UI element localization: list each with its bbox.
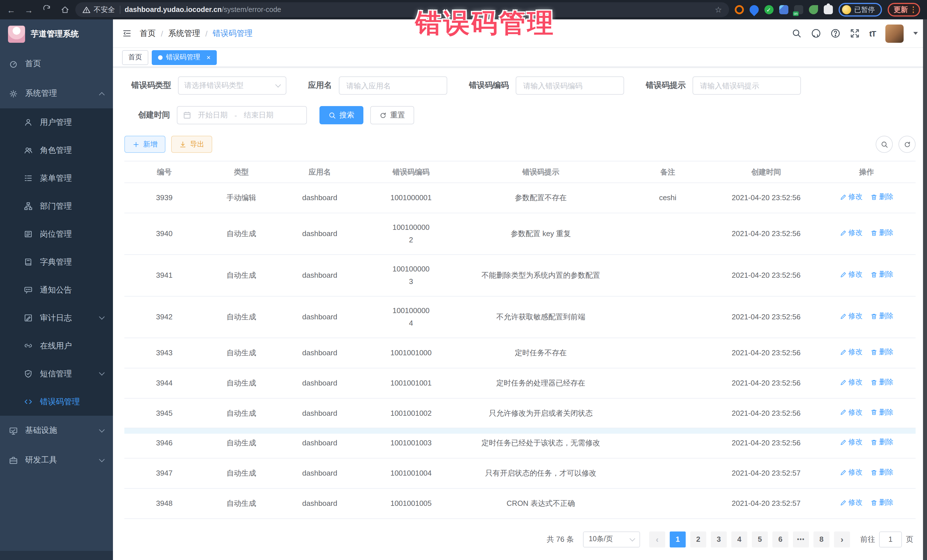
browser-nav-buttons: ← →	[7, 5, 70, 14]
delete-link[interactable]: 删除	[871, 346, 894, 359]
page-button-6[interactable]: 6	[772, 531, 789, 547]
security-chip[interactable]: 不安全	[82, 5, 115, 15]
cell-app: dashboard	[278, 368, 361, 398]
search-icon[interactable]	[792, 29, 801, 38]
on-badge-extension-icon[interactable]	[794, 5, 803, 14]
app-logo-row[interactable]: 芋道管理系统	[0, 20, 113, 49]
delete-link[interactable]: 删除	[871, 227, 894, 239]
breadcrumb-item[interactable]: 首页	[140, 28, 156, 38]
page-button-5[interactable]: 5	[752, 531, 768, 547]
edit-link[interactable]: 修改	[840, 497, 863, 509]
breadcrumb-item[interactable]: 系统管理	[168, 28, 200, 38]
cell-code: 1001001001	[361, 368, 461, 398]
error-msg-input[interactable]	[699, 81, 795, 90]
profile-paused-chip[interactable]: 已暂停	[838, 3, 881, 17]
sidebar-item-online-user[interactable]: 在线用户	[0, 332, 113, 360]
fullscreen-icon[interactable]	[850, 29, 860, 38]
back-icon[interactable]: ←	[7, 5, 15, 14]
sidebar-item-sms[interactable]: 短信管理	[0, 360, 113, 388]
sidebar-item-user[interactable]: 用户管理	[0, 108, 113, 136]
bookmark-star-icon[interactable]: ☆	[715, 5, 722, 14]
blue-grid-extension-icon[interactable]	[779, 5, 788, 14]
chevron-down-icon[interactable]	[913, 32, 918, 35]
delete-link[interactable]: 删除	[871, 466, 894, 479]
cell-time: 2021-04-20 23:52:56	[715, 398, 818, 428]
edit-link[interactable]: 修改	[840, 227, 863, 239]
puzzle-extensions-icon[interactable]	[824, 5, 833, 14]
sidebar-item-label: 首页	[25, 59, 41, 69]
page-button-2[interactable]: 2	[690, 531, 706, 547]
blue-pin-extension-icon[interactable]	[747, 3, 760, 16]
forward-icon[interactable]: →	[24, 5, 33, 14]
announcement-icon	[24, 286, 32, 294]
github-icon[interactable]	[811, 29, 821, 38]
page-button-8[interactable]: 8	[813, 531, 830, 547]
delete-link[interactable]: 删除	[871, 376, 894, 389]
delete-link[interactable]: 删除	[871, 269, 894, 281]
orange-ring-extension-icon[interactable]	[734, 5, 744, 14]
font-size-icon[interactable]: tT	[869, 29, 876, 38]
edit-link[interactable]: 修改	[840, 269, 863, 281]
page-button-4[interactable]: 4	[731, 531, 747, 547]
reload-icon[interactable]	[42, 5, 51, 14]
goto-page-input[interactable]	[879, 531, 902, 547]
home-icon[interactable]	[61, 5, 70, 14]
page-size-select[interactable]: 10条/页	[583, 531, 640, 547]
sidebar-item-notice[interactable]: 通知公告	[0, 276, 113, 304]
refresh-table-button[interactable]	[898, 136, 916, 153]
page-button-1[interactable]: 1	[670, 531, 686, 547]
delete-link[interactable]: 删除	[871, 437, 894, 449]
sidebar-item-dept[interactable]: 部门管理	[0, 192, 113, 220]
error-type-select[interactable]: 请选择错误码类型	[178, 76, 286, 95]
green-check-extension-icon[interactable]: ✓	[764, 5, 773, 14]
error-code-input[interactable]	[522, 81, 618, 90]
page-button-3[interactable]: 3	[711, 531, 727, 547]
sidebar-item-system[interactable]: 系统管理	[0, 79, 113, 108]
sidebar-item-dev-tools[interactable]: 研发工具	[0, 445, 113, 475]
sidebar-item-dict[interactable]: 字典管理	[0, 248, 113, 276]
export-button[interactable]: 导出	[171, 136, 212, 153]
edit-link[interactable]: 修改	[840, 346, 863, 359]
add-button[interactable]: 新增	[125, 136, 166, 153]
cell-note	[621, 368, 715, 398]
green-leaf-extension-icon[interactable]	[808, 5, 818, 14]
search-button[interactable]: 搜索	[319, 106, 363, 124]
column-header: 错误码提示	[461, 161, 621, 183]
scrollbar[interactable]	[923, 20, 927, 560]
show-search-button[interactable]	[876, 136, 893, 153]
more-pages-button[interactable]: •••	[793, 531, 809, 547]
sidebar-item-post[interactable]: 岗位管理	[0, 220, 113, 248]
sidebar-item-audit-log[interactable]: 审计日志	[0, 304, 113, 332]
edit-link[interactable]: 修改	[840, 406, 863, 419]
close-icon[interactable]: ×	[207, 53, 211, 61]
delete-link[interactable]: 删除	[871, 311, 894, 323]
tag-首页[interactable]: 首页	[122, 50, 148, 65]
delete-link[interactable]: 删除	[871, 406, 894, 419]
edit-link[interactable]: 修改	[840, 311, 863, 323]
edit-link[interactable]: 修改	[840, 466, 863, 479]
sidebar-item-home[interactable]: 首页	[0, 49, 113, 79]
sidebar-collapse-bar[interactable]	[0, 551, 113, 560]
delete-link[interactable]: 删除	[871, 191, 894, 203]
delete-link[interactable]: 删除	[871, 497, 894, 509]
next-page-button[interactable]: ›	[834, 531, 850, 547]
gear-icon	[9, 89, 18, 98]
help-icon[interactable]	[831, 29, 840, 38]
reset-button[interactable]: 重置	[370, 106, 414, 124]
hamburger-icon[interactable]	[122, 29, 132, 38]
date-range-picker[interactable]: 开始日期 - 结束日期	[177, 106, 307, 124]
app-name-input[interactable]	[345, 81, 441, 90]
table-tools	[876, 136, 916, 153]
sidebar-item-menu[interactable]: 菜单管理	[0, 164, 113, 192]
sidebar-item-infra[interactable]: 基础设施	[0, 416, 113, 445]
browser-update-button[interactable]: 更新	[887, 3, 920, 17]
prev-page-button[interactable]: ‹	[649, 531, 665, 547]
sidebar-item-role[interactable]: 角色管理	[0, 136, 113, 164]
sidebar-item-error-code[interactable]: 错误码管理	[0, 388, 113, 416]
edit-link[interactable]: 修改	[840, 191, 863, 203]
edit-link[interactable]: 修改	[840, 437, 863, 449]
address-bar[interactable]: 不安全 dashboard.yudao.iocoder.cn/system/er…	[75, 2, 729, 17]
edit-link[interactable]: 修改	[840, 376, 863, 389]
tag-错误码管理[interactable]: 错误码管理×	[152, 50, 217, 65]
avatar[interactable]	[885, 24, 904, 42]
